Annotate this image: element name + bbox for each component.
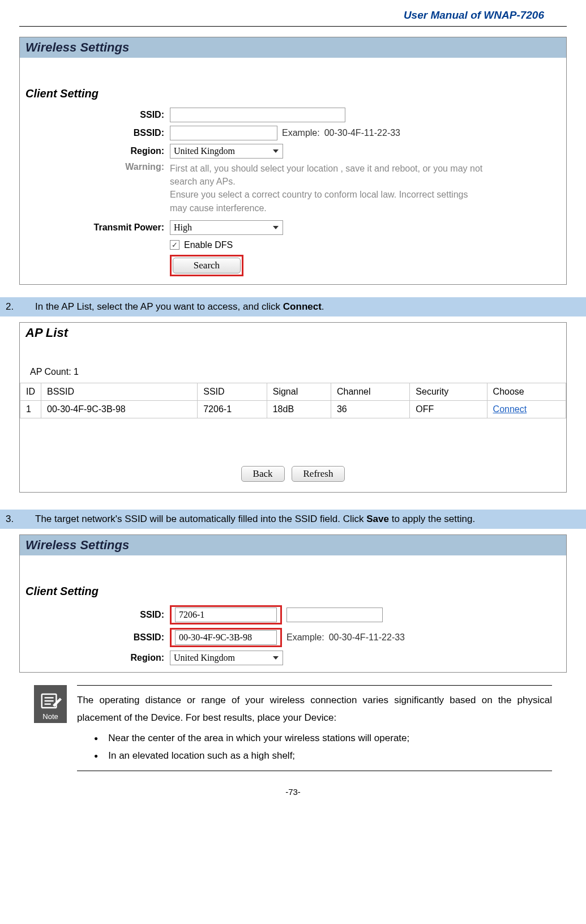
client-setting-heading: Client Setting — [20, 79, 566, 106]
bssid-input-filled[interactable] — [175, 630, 277, 645]
page-footer: -73- — [0, 771, 586, 797]
cell-security: OFF — [410, 400, 487, 418]
ssid-label: SSID: — [20, 610, 170, 620]
col-id: ID — [20, 383, 41, 400]
region-label: Region: — [20, 653, 170, 663]
wireless-settings-panel-1: Wireless Settings Client Setting SSID: B… — [19, 37, 567, 285]
step-2-text: In the AP List, select the AP you want t… — [35, 301, 324, 313]
note-icon: Note — [34, 685, 67, 723]
warning-text: First at all, you should select your loc… — [170, 162, 487, 215]
search-button[interactable]: Search — [173, 258, 241, 273]
panel-title: Wireless Settings — [20, 535, 566, 555]
cell-signal: 18dB — [267, 400, 331, 418]
col-channel: Channel — [331, 383, 409, 400]
cell-id: 1 — [20, 400, 41, 418]
ap-count: AP Count: 1 — [20, 359, 566, 383]
step-3-number: 3. — [6, 514, 19, 525]
back-button[interactable]: Back — [241, 466, 285, 482]
step-3-bar: 3. The target network's SSID will be aut… — [0, 510, 586, 529]
ap-list-panel: AP List AP Count: 1 ID BSSID SSID Signal… — [19, 322, 567, 493]
region-label: Region: — [20, 146, 170, 156]
enable-dfs-label: Enable DFS — [184, 240, 233, 250]
transmit-power-dropdown[interactable] — [170, 220, 283, 235]
panel-title: Wireless Settings — [20, 37, 566, 58]
bssid-highlight-box — [170, 628, 282, 647]
connect-link[interactable]: Connect — [493, 404, 527, 414]
region-value[interactable] — [170, 651, 283, 665]
bssid-label: BSSID: — [20, 128, 170, 138]
ssid-input-filled[interactable] — [175, 608, 277, 622]
transmit-power-label: Transmit Power: — [20, 223, 170, 233]
region-dropdown[interactable] — [170, 144, 283, 159]
region-dropdown[interactable] — [170, 651, 283, 665]
step-2-number: 2. — [6, 301, 19, 313]
transmit-power-value[interactable] — [170, 220, 283, 235]
note-bullet-2: In an elevated location such as a high s… — [94, 747, 552, 764]
note-block: Note The operating distance or range of … — [34, 685, 552, 771]
note-label: Note — [42, 712, 58, 721]
refresh-button[interactable]: Refresh — [292, 466, 345, 482]
wireless-settings-panel-2: Wireless Settings Client Setting SSID: B… — [19, 534, 567, 673]
step-2-bar: 2. In the AP List, select the AP you wan… — [0, 297, 586, 316]
ssid-input-extra[interactable] — [286, 608, 383, 622]
col-bssid: BSSID — [41, 383, 198, 400]
cell-bssid: 00-30-4F-9C-3B-98 — [41, 400, 198, 418]
bssid-input[interactable] — [170, 126, 277, 140]
table-header-row: ID BSSID SSID Signal Channel Security Ch… — [20, 383, 566, 400]
ssid-label: SSID: — [20, 110, 170, 120]
bssid-label: BSSID: — [20, 632, 170, 643]
bssid-example-value: 00-30-4F-11-22-33 — [324, 128, 400, 138]
ap-list-title: AP List — [20, 323, 566, 343]
ap-table: ID BSSID SSID Signal Channel Security Ch… — [20, 383, 566, 418]
note-bullet-1: Near the center of the area in which you… — [94, 729, 552, 747]
bssid-example-label: Example: — [282, 128, 320, 138]
enable-dfs-checkbox[interactable]: ✓ — [170, 240, 179, 250]
client-setting-heading: Client Setting — [20, 577, 566, 604]
region-value[interactable] — [170, 144, 283, 159]
step-3-text: The target network's SSID will be automa… — [35, 514, 475, 525]
col-choose: Choose — [487, 383, 566, 400]
ssid-input[interactable] — [170, 108, 345, 122]
bssid-example-label: Example: — [286, 632, 324, 643]
col-security: Security — [410, 383, 487, 400]
col-ssid: SSID — [198, 383, 267, 400]
page-header: User Manual of WNAP-7206 — [19, 6, 567, 27]
bssid-example-value: 00-30-4F-11-22-33 — [329, 632, 405, 643]
cell-channel: 36 — [331, 400, 409, 418]
ssid-highlight-box — [170, 605, 282, 624]
cell-ssid: 7206-1 — [198, 400, 267, 418]
col-signal: Signal — [267, 383, 331, 400]
table-row: 1 00-30-4F-9C-3B-98 7206-1 18dB 36 OFF C… — [20, 400, 566, 418]
note-text: The operating distance or range of your … — [77, 685, 552, 771]
warning-label: Warning: — [20, 162, 170, 172]
search-button-highlight: Search — [170, 255, 243, 276]
note-intro: The operating distance or range of your … — [77, 691, 552, 727]
